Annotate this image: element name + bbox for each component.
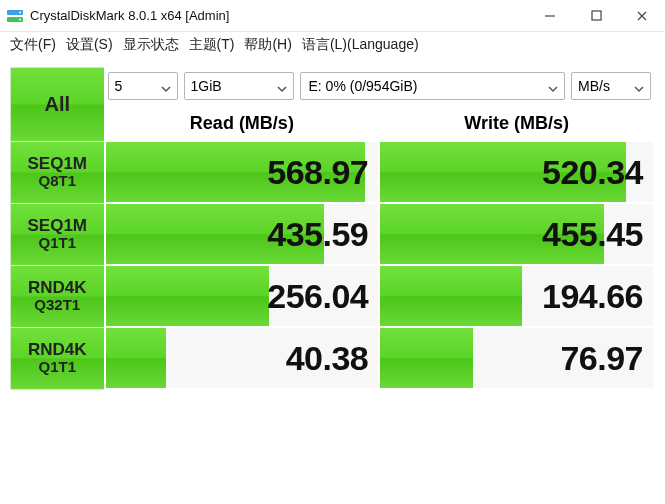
chevron-down-icon — [548, 81, 558, 91]
result-value: 520.34 — [542, 153, 643, 191]
result-bar — [380, 266, 522, 326]
test-seq1m-q1t1-button[interactable]: SEQ1M Q1T1 — [11, 203, 105, 265]
chevron-down-icon — [634, 81, 644, 91]
menu-settings[interactable]: 设置(S) — [66, 36, 113, 54]
result-value: 568.97 — [267, 153, 368, 191]
size-select[interactable]: 1GiB — [184, 72, 294, 100]
controls-row: 5 1GiB E: 0% (0/954GiB) MB/s — [105, 67, 655, 105]
window-title: CrystalDiskMark 8.0.1 x64 [Admin] — [30, 8, 527, 23]
chevron-down-icon — [277, 81, 287, 91]
minimize-button[interactable] — [527, 0, 573, 32]
results-table: All 5 1GiB E: 0% (0/954GiB) MB/s — [10, 66, 655, 390]
svg-point-2 — [19, 11, 21, 13]
test-label-line2: Q32T1 — [11, 297, 104, 313]
result-bar — [380, 328, 473, 388]
header-write: Write (MB/s) — [379, 105, 654, 141]
unit-select[interactable]: MB/s — [571, 72, 651, 100]
table-row: SEQ1M Q1T1 435.59 455.45 — [11, 203, 655, 265]
run-all-label: All — [11, 94, 104, 115]
test-label-line1: RND4K — [11, 279, 104, 297]
result-write: 194.66 — [379, 265, 654, 327]
result-value: 435.59 — [267, 215, 368, 253]
menu-language[interactable]: 语言(L)(Language) — [302, 36, 419, 54]
result-bar — [106, 266, 270, 326]
close-button[interactable] — [619, 0, 665, 32]
header-read: Read (MB/s) — [105, 105, 380, 141]
result-value: 455.45 — [542, 215, 643, 253]
size-value: 1GiB — [191, 78, 222, 94]
test-label-line1: SEQ1M — [11, 217, 104, 235]
result-read: 435.59 — [105, 203, 380, 265]
maximize-button[interactable] — [573, 0, 619, 32]
test-seq1m-q8t1-button[interactable]: SEQ1M Q8T1 — [11, 141, 105, 203]
unit-value: MB/s — [578, 78, 610, 94]
result-write: 520.34 — [379, 141, 654, 203]
runs-select[interactable]: 5 — [108, 72, 178, 100]
result-write: 455.45 — [379, 203, 654, 265]
table-row: RND4K Q1T1 40.38 76.97 — [11, 327, 655, 389]
result-value: 194.66 — [542, 277, 643, 315]
test-label-line2: Q8T1 — [11, 173, 104, 189]
main-area: All 5 1GiB E: 0% (0/954GiB) MB/s — [0, 60, 665, 400]
app-icon — [6, 7, 24, 25]
result-read: 568.97 — [105, 141, 380, 203]
drive-select[interactable]: E: 0% (0/954GiB) — [300, 72, 566, 100]
table-row: SEQ1M Q8T1 568.97 520.34 — [11, 141, 655, 203]
titlebar: CrystalDiskMark 8.0.1 x64 [Admin] — [0, 0, 665, 32]
menu-help[interactable]: 帮助(H) — [244, 36, 291, 54]
svg-rect-4 — [592, 11, 601, 20]
menubar: 文件(F) 设置(S) 显示状态 主题(T) 帮助(H) 语言(L)(Langu… — [0, 32, 665, 60]
test-rnd4k-q1t1-button[interactable]: RND4K Q1T1 — [11, 327, 105, 389]
test-rnd4k-q32t1-button[interactable]: RND4K Q32T1 — [11, 265, 105, 327]
chevron-down-icon — [161, 81, 171, 91]
test-label-line2: Q1T1 — [11, 359, 104, 375]
result-value: 40.38 — [286, 339, 369, 377]
result-write: 76.97 — [379, 327, 654, 389]
test-label-line1: SEQ1M — [11, 155, 104, 173]
runs-value: 5 — [115, 78, 123, 94]
result-read: 256.04 — [105, 265, 380, 327]
run-all-button[interactable]: All — [11, 67, 105, 141]
result-value: 76.97 — [560, 339, 643, 377]
menu-view[interactable]: 显示状态 — [123, 36, 179, 54]
menu-theme[interactable]: 主题(T) — [189, 36, 235, 54]
drive-value: E: 0% (0/954GiB) — [309, 78, 543, 94]
result-read: 40.38 — [105, 327, 380, 389]
result-bar — [106, 328, 166, 388]
test-label-line1: RND4K — [11, 341, 104, 359]
svg-point-3 — [19, 18, 21, 20]
result-value: 256.04 — [267, 277, 368, 315]
test-label-line2: Q1T1 — [11, 235, 104, 251]
table-row: RND4K Q32T1 256.04 194.66 — [11, 265, 655, 327]
menu-file[interactable]: 文件(F) — [10, 36, 56, 54]
